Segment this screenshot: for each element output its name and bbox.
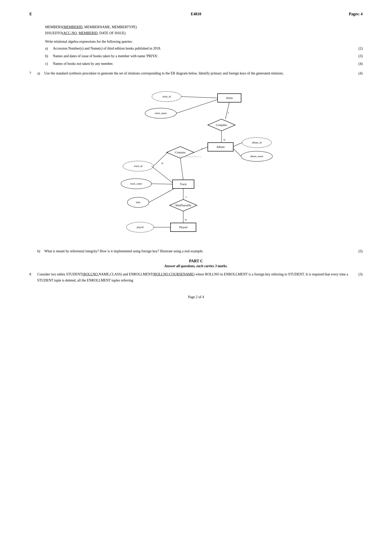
q7b-part: b)	[37, 248, 44, 254]
svg-text:track_name: track_name	[130, 182, 142, 185]
q-text-a: Accession Number(s) and Name(s) of third…	[53, 46, 353, 51]
q-marks-b: (3)	[353, 53, 363, 59]
svg-line-21	[233, 148, 241, 156]
q7b-marks: (5)	[353, 248, 363, 254]
svg-text:Compiles: Compiles	[216, 123, 227, 126]
list-item: b) Names and dates of issue of books tak…	[45, 53, 363, 59]
q8-marks: (3)	[353, 271, 363, 283]
svg-line-38	[152, 184, 173, 184]
page-footer: Page 2 of 4	[29, 295, 363, 299]
svg-line-37	[152, 166, 173, 183]
svg-line-24	[194, 147, 208, 152]
q7a-part: a)	[37, 70, 44, 76]
q7b-row: b) What is meant by referential integrit…	[29, 248, 363, 254]
q-label-a: a)	[45, 46, 53, 51]
svg-line-20	[233, 143, 242, 146]
svg-text:Contains: Contains	[175, 151, 185, 154]
q-text-c: Names of books not taken by any member.	[53, 61, 353, 67]
er-diagram: .er-text { font-family: 'Times New Roman…	[108, 82, 284, 242]
q7-num: 7	[29, 70, 37, 76]
svg-text:time: time	[136, 201, 140, 204]
svg-text:artist_id: artist_id	[162, 95, 171, 98]
write-instruction: Write relational algebra expressions for…	[45, 40, 363, 44]
schema-line2: ISSUEDTO(ACC-NO, MEMBERID, DATE OF ISSUE…	[45, 30, 363, 36]
svg-text:1: 1	[228, 111, 229, 114]
header-left: E	[29, 12, 140, 16]
svg-text:artist_name: artist_name	[155, 112, 167, 115]
q7a-marks: (4)	[353, 70, 363, 76]
schema-block: MEMBERS(MEMBERID, MEMBERNAME, MEMBERTYPE…	[45, 24, 363, 36]
svg-text:album_id: album_id	[252, 141, 262, 144]
q-marks-c: (4)	[353, 61, 363, 67]
svg-line-29	[154, 152, 168, 166]
q7a-content: Use the standard synthesis procedure to …	[44, 70, 353, 76]
svg-text:N: N	[224, 138, 225, 141]
q-label-b: b)	[45, 53, 53, 59]
q7b-content: What is meant by referential integrity? …	[44, 248, 353, 254]
svg-text:N: N	[185, 218, 187, 221]
svg-text:WasPlayedAt: WasPlayedAt	[175, 204, 191, 207]
svg-text:1: 1	[185, 195, 187, 198]
part-c-subheading: Answer all questions, each carries 3 mar…	[29, 264, 363, 268]
header-center: E4810	[140, 12, 252, 16]
q-label-c: c)	[45, 61, 53, 67]
svg-text:previousyearquestion.com: previousyearquestion.com	[178, 156, 201, 158]
q7a-row: 7 a) Use the standard synthesis procedur…	[29, 70, 363, 76]
q8-row: 8 Consider two tables STUDENT(ROLLNO,NAM…	[29, 271, 363, 283]
svg-text:album_name: album_name	[250, 155, 263, 158]
er-diagram-container: .er-text { font-family: 'Times New Roman…	[29, 82, 363, 242]
svg-text:N: N	[161, 162, 163, 165]
q-text-b: Names and dates of issue of books taken …	[53, 53, 353, 59]
subquestion-list: a) Accession Number(s) and Name(s) of th…	[45, 46, 363, 66]
q8-num: 8	[29, 271, 37, 283]
q7b-empty	[29, 248, 37, 254]
list-item: a) Accession Number(s) and Name(s) of th…	[45, 46, 363, 51]
svg-text:played: played	[137, 226, 144, 229]
svg-line-6	[181, 97, 217, 98]
svg-text:1: 1	[201, 147, 203, 150]
svg-text:Album: Album	[216, 145, 225, 148]
svg-line-40	[180, 158, 183, 180]
svg-text:Track: Track	[180, 183, 187, 186]
q8-content: Consider two tables STUDENT(ROLLNO,NAME,…	[37, 271, 353, 283]
svg-text:Played: Played	[179, 226, 187, 229]
svg-line-39	[149, 188, 175, 202]
header-right: Pages: 4	[252, 12, 363, 16]
svg-text:track_id: track_id	[134, 165, 142, 167]
schema-line1: MEMBERS(MEMBERID, MEMBERNAME, MEMBERTYPE…	[45, 24, 363, 30]
svg-line-7	[176, 99, 217, 113]
list-item: c) Names of books not taken by any membe…	[45, 61, 363, 67]
q-marks-a: (2)	[353, 46, 363, 51]
page-header: E E4810 Pages: 4	[29, 12, 363, 16]
svg-line-10	[225, 102, 229, 119]
part-c-heading: PART C	[29, 259, 363, 263]
page: E E4810 Pages: 4 MEMBERS(MEMBERID, MEMBE…	[29, 0, 363, 315]
svg-text:Artist: Artist	[226, 96, 233, 99]
